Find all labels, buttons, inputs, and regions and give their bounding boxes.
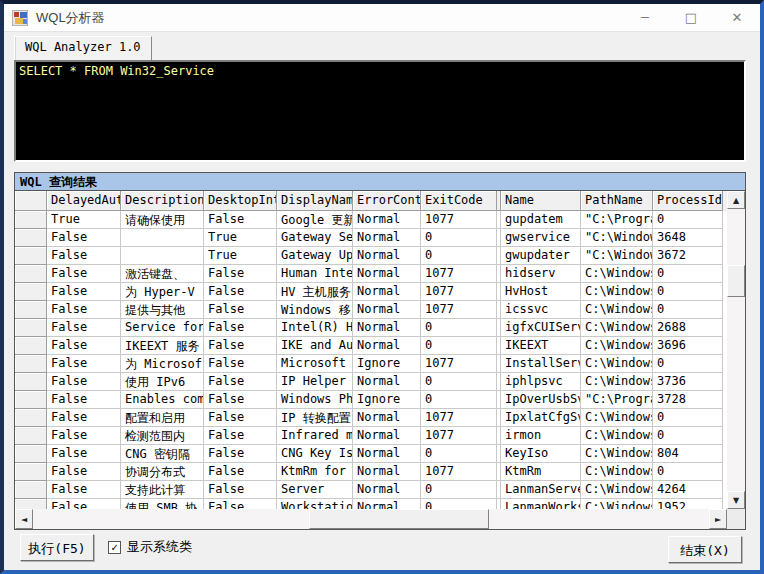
row-header[interactable] xyxy=(15,499,47,509)
row-header[interactable] xyxy=(15,229,47,247)
column-header-displayname[interactable]: DisplayName xyxy=(277,191,353,211)
table-cell: 0 xyxy=(653,463,723,481)
table-row[interactable]: False使用 IPv6FalseIP HelperNormal0iphlpsv… xyxy=(15,373,727,391)
table-row[interactable]: FalseService forFalseIntel(R) HDNormal0i… xyxy=(15,319,727,337)
table-cell: 1077 xyxy=(421,211,497,229)
table-cell: 支持此计算 xyxy=(121,481,204,499)
table-cell: C:\Windows\ xyxy=(581,445,653,463)
table-cell: KtmRm for D xyxy=(277,463,353,481)
table-row[interactable]: FalseTrueGateway UpdNormal0gwupdater"C:\… xyxy=(15,247,727,265)
table-cell: C:\Windows\ xyxy=(581,481,653,499)
column-header-description[interactable]: Description xyxy=(121,191,204,211)
table-cell: False xyxy=(204,427,277,445)
results-group: WQL 查询结果 DelayedAutoDescriptionDesktopIn… xyxy=(14,172,746,530)
table-row[interactable]: False为 MicrosofFalseMicrosoft SIgnore107… xyxy=(15,355,727,373)
table-cell: Workstation xyxy=(277,499,353,509)
table-row[interactable]: False协调分布式FalseKtmRm for DNormal1077KtmR… xyxy=(15,463,727,481)
table-cell: 0 xyxy=(653,355,723,373)
table-cell: True xyxy=(47,211,121,229)
row-header[interactable] xyxy=(15,301,47,319)
tab-wql-analyzer[interactable]: WQL Analyzer 1.0 xyxy=(14,36,152,60)
vertical-scrollbar[interactable]: ▲ ▼ xyxy=(727,191,745,509)
table-cell: C:\Windows\ xyxy=(581,301,653,319)
table-cell: 0 xyxy=(421,445,497,463)
row-header[interactable] xyxy=(15,427,47,445)
table-cell: 0 xyxy=(653,301,723,319)
scroll-right-icon[interactable]: ► xyxy=(709,509,727,529)
column-header-pathname[interactable]: PathName xyxy=(581,191,653,211)
table-cell: 为 Microsof xyxy=(121,355,204,373)
scroll-left-icon[interactable]: ◄ xyxy=(15,509,33,529)
minimize-icon[interactable]: ─ xyxy=(622,4,668,31)
table-row[interactable]: False使用 SMB 协FalseWorkstationNormal0Lanm… xyxy=(15,499,727,509)
table-cell: Human Inter xyxy=(277,265,353,283)
table-row[interactable]: True请确保使用FalseGoogle 更新Normal1077gupdate… xyxy=(15,211,727,229)
row-header[interactable] xyxy=(15,247,47,265)
table-cell: 0 xyxy=(421,481,497,499)
table-row[interactable]: False支持此计算FalseServerNormal0LanmanServeC… xyxy=(15,481,727,499)
row-header[interactable] xyxy=(15,409,47,427)
row-header[interactable] xyxy=(15,463,47,481)
table-cell: False xyxy=(47,373,121,391)
column-header-name[interactable]: Name xyxy=(501,191,581,211)
table-cell: False xyxy=(204,409,277,427)
table-cell: icssvc xyxy=(501,301,581,319)
row-header[interactable] xyxy=(15,355,47,373)
column-header-errorcontro[interactable]: ErrorContro xyxy=(353,191,421,211)
table-cell: 0 xyxy=(421,247,497,265)
table-cell: C:\Windows\ xyxy=(581,319,653,337)
table-row[interactable]: False为 Hyper-VFalseHV 主机服务Normal1077HvHo… xyxy=(15,283,727,301)
row-header[interactable] xyxy=(15,445,47,463)
close-icon[interactable]: ✕ xyxy=(714,4,760,31)
table-cell: 1077 xyxy=(421,427,497,445)
scroll-down-icon[interactable]: ▼ xyxy=(727,491,745,509)
horizontal-scroll-thumb[interactable] xyxy=(309,509,489,529)
column-header-delayedauto[interactable]: DelayedAuto xyxy=(47,191,121,211)
execute-button[interactable]: 执行(F5) xyxy=(20,534,94,561)
grid-corner-cell[interactable] xyxy=(15,191,47,211)
vertical-scroll-thumb[interactable] xyxy=(727,265,745,297)
column-header-exitcode[interactable]: ExitCode xyxy=(421,191,497,211)
scroll-up-icon[interactable]: ▲ xyxy=(727,191,745,209)
table-row[interactable]: FalseCNG 密钥隔FalseCNG Key IsoNormal0KeyIs… xyxy=(15,445,727,463)
row-header[interactable] xyxy=(15,211,47,229)
table-cell: 提供与其他 xyxy=(121,301,204,319)
row-header[interactable] xyxy=(15,337,47,355)
table-cell: Gateway Upd xyxy=(277,247,353,265)
column-header-desktopinte[interactable]: DesktopInte xyxy=(204,191,277,211)
table-cell: 检测范围内 xyxy=(121,427,204,445)
table-cell: False xyxy=(47,301,121,319)
checkbox-checkmark-icon[interactable]: ✓ xyxy=(108,541,121,554)
table-cell: Ignore xyxy=(353,391,421,409)
row-header[interactable] xyxy=(15,391,47,409)
table-row[interactable]: False配置和启用FalseIP 转换配置Normal1077IpxlatCf… xyxy=(15,409,727,427)
end-button[interactable]: 结束(X) xyxy=(668,536,742,563)
table-row[interactable]: False提供与其他FalseWindows 移Normal1077icssvc… xyxy=(15,301,727,319)
table-cell: False xyxy=(47,355,121,373)
row-header[interactable] xyxy=(15,265,47,283)
table-cell: False xyxy=(204,301,277,319)
row-header[interactable] xyxy=(15,481,47,499)
table-cell: 3696 xyxy=(653,337,723,355)
query-editor[interactable]: SELECT * FROM Win32_Service xyxy=(14,60,746,162)
table-cell: Normal xyxy=(353,499,421,509)
table-cell: Ignore xyxy=(353,355,421,373)
horizontal-scrollbar[interactable]: ◄ ► xyxy=(15,509,727,529)
table-row[interactable]: FalseIKEEXT 服务FalseIKE and AutNormal0IKE… xyxy=(15,337,727,355)
maximize-icon[interactable]: □ xyxy=(668,4,714,31)
table-cell: False xyxy=(47,427,121,445)
table-row[interactable]: FalseEnables comFalseWindows PhoIgnore0I… xyxy=(15,391,727,409)
row-header[interactable] xyxy=(15,373,47,391)
table-cell: Normal xyxy=(353,463,421,481)
table-cell: False xyxy=(47,337,121,355)
table-cell: LanmanServe xyxy=(501,481,581,499)
table-cell: Normal xyxy=(353,319,421,337)
table-row[interactable]: False检测范围内FalseInfrared moNormal1077irmo… xyxy=(15,427,727,445)
table-row[interactable]: FalseTrueGateway SesNormal0gwservice"C:\… xyxy=(15,229,727,247)
row-header[interactable] xyxy=(15,283,47,301)
row-header[interactable] xyxy=(15,319,47,337)
show-system-classes-checkbox[interactable]: ✓ 显示系统类 xyxy=(108,538,192,556)
column-header-processid[interactable]: ProcessId xyxy=(653,191,723,211)
table-cell: 3736 xyxy=(653,373,723,391)
table-row[interactable]: False激活键盘、FalseHuman InterNormal1077hids… xyxy=(15,265,727,283)
